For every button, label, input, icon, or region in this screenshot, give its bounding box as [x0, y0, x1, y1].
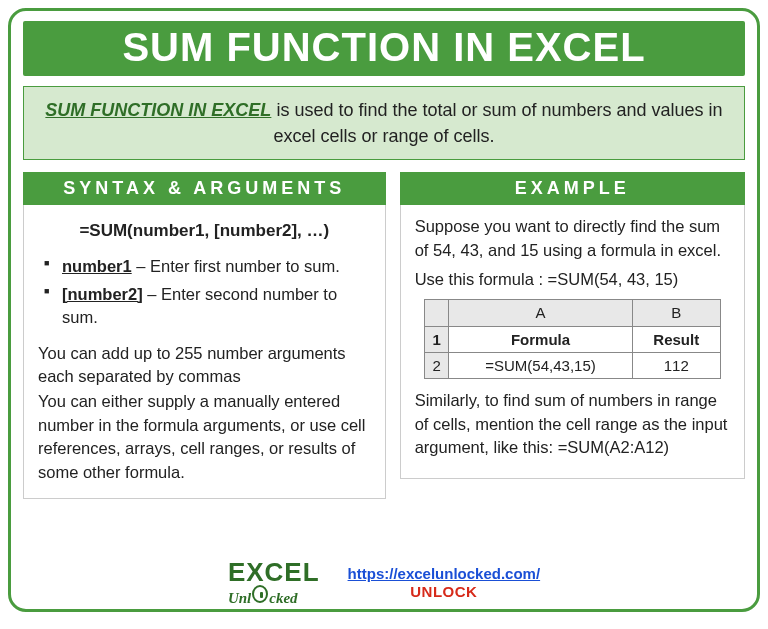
footer: EXCEL Unlcked https://excelunlocked.com/… [11, 560, 757, 605]
example-intro: Suppose you want to directly find the su… [415, 215, 730, 262]
unlock-label: UNLOCK [348, 583, 541, 601]
syntax-column: SYNTAX & ARGUMENTS =SUM(number1, [number… [23, 172, 386, 499]
description-banner: SUM FUNCTION IN EXCEL is used to find th… [23, 86, 745, 160]
infographic-card: SUM FUNCTION IN EXCEL SUM FUNCTION IN EX… [8, 8, 760, 612]
table-data-row: 2 =SUM(54,43,15) 112 [425, 353, 720, 379]
table-row-header: 2 [425, 353, 449, 379]
syntax-body: =SUM(number1, [number2], …) number1 – En… [23, 205, 386, 499]
syntax-note-1: You can add up to 255 number arguments e… [38, 342, 371, 389]
example-use-line: Use this formula : =SUM(54, 43, 15) [415, 268, 730, 291]
table-header-cell: Result [632, 326, 720, 352]
logo-small-text: Unlcked [228, 585, 320, 605]
syntax-formula: =SUM(number1, [number2], …) [38, 219, 371, 243]
table-header-cell: Formula [449, 326, 633, 352]
table-col-header-row: A B [425, 300, 720, 326]
example-column: EXAMPLE Suppose you want to directly fin… [400, 172, 745, 499]
argument-item: [number2] – Enter second number to sum. [44, 283, 371, 330]
argument-item: number1 – Enter first number to sum. [44, 255, 371, 278]
example-body: Suppose you want to directly find the su… [400, 205, 745, 478]
lock-icon [252, 585, 268, 603]
table-data-cell: =SUM(54,43,15) [449, 353, 633, 379]
logo-text: EXCEL Unlcked [228, 560, 320, 605]
table-data-cell: 112 [632, 353, 720, 379]
argument-name: [number2] [62, 285, 143, 303]
table-col-header: A [449, 300, 633, 326]
logo-big-text: EXCEL [228, 560, 320, 585]
example-heading: EXAMPLE [400, 172, 745, 205]
syntax-heading: SYNTAX & ARGUMENTS [23, 172, 386, 205]
excel-table: A B 1 Formula Result 2 =SUM(54,43,15) 11… [424, 299, 720, 379]
source-url-link[interactable]: https://excelunlocked.com/ [348, 565, 541, 582]
table-col-header: B [632, 300, 720, 326]
argument-name: number1 [62, 257, 132, 275]
syntax-note-2: You can either supply a manually entered… [38, 390, 371, 484]
columns: SYNTAX & ARGUMENTS =SUM(number1, [number… [23, 172, 745, 499]
description-lead: SUM FUNCTION IN EXCEL [45, 100, 271, 120]
argument-desc: – Enter first number to sum. [132, 257, 340, 275]
table-corner-cell [425, 300, 449, 326]
brand-logo: EXCEL Unlcked [228, 560, 320, 605]
argument-list: number1 – Enter first number to sum. [nu… [44, 255, 371, 329]
table-row-header: 1 [425, 326, 449, 352]
page-title: SUM FUNCTION IN EXCEL [122, 25, 645, 69]
title-banner: SUM FUNCTION IN EXCEL [23, 21, 745, 76]
description-text: is used to find the total or sum of numb… [271, 100, 722, 146]
example-outro: Similarly, to find sum of numbers in ran… [415, 389, 730, 459]
footer-links: https://excelunlocked.com/ UNLOCK [348, 565, 541, 601]
table-header-row: 1 Formula Result [425, 326, 720, 352]
